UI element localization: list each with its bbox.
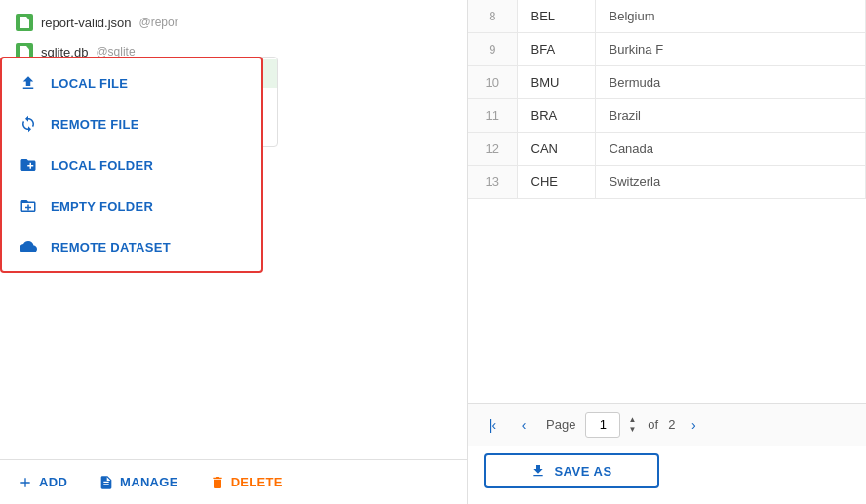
local-file-label: LOCAL FILE bbox=[51, 76, 128, 91]
table-row: 13 CHE Switzerla bbox=[468, 166, 866, 199]
country-name: Canada bbox=[595, 133, 866, 166]
page-up-button[interactable]: ▲ bbox=[626, 415, 638, 425]
upload-icon bbox=[18, 72, 39, 94]
manage-icon bbox=[98, 475, 114, 490]
remote-file-label: REMOTE FILE bbox=[51, 117, 139, 132]
bottom-toolbar: ADD MANAGE DELETE bbox=[0, 459, 467, 504]
manage-button[interactable]: MANAGE bbox=[93, 471, 184, 494]
country-name: Brazil bbox=[595, 99, 866, 133]
prev-page-button[interactable]: ‹ bbox=[511, 412, 536, 438]
cloud-icon bbox=[18, 236, 39, 257]
local-folder-option[interactable]: LOCAL FOLDER bbox=[2, 144, 261, 185]
of-label: of bbox=[648, 417, 658, 432]
empty-folder-label: EMPTY FOLDER bbox=[51, 199, 153, 213]
file-item[interactable]: report-valid.json @repor bbox=[0, 8, 467, 37]
delete-label: DELETE bbox=[231, 475, 283, 489]
file-name: report-valid.json bbox=[41, 16, 132, 30]
country-code: BMU bbox=[517, 66, 595, 99]
table-row: 9 BFA Burkina F bbox=[468, 33, 866, 66]
country-name: Switzerla bbox=[595, 166, 866, 199]
data-table: 8 BEL Belgium 9 BFA Burkina F 10 BMU Ber… bbox=[468, 0, 866, 403]
local-file-option[interactable]: LOCAL FILE bbox=[2, 62, 261, 103]
country-name: Belgium bbox=[595, 0, 866, 33]
file-alias: @repor bbox=[139, 16, 178, 29]
remote-dataset-label: REMOTE DATASET bbox=[51, 240, 171, 254]
left-panel: report-valid.json @repor sqlite.db @sqli… bbox=[0, 0, 468, 504]
table-row: 10 BMU Bermuda bbox=[468, 66, 866, 99]
file-icon bbox=[16, 14, 33, 31]
remote-dataset-option[interactable]: REMOTE DATASET bbox=[2, 226, 261, 267]
folder-plus-icon bbox=[18, 154, 39, 175]
next-page-button[interactable]: › bbox=[681, 412, 706, 438]
country-name: Bermuda bbox=[595, 66, 866, 99]
row-num: 8 bbox=[468, 0, 517, 33]
country-code: BRA bbox=[517, 99, 595, 133]
country-code: CHE bbox=[517, 166, 595, 199]
pagination: |‹ ‹ Page ▲ ▼ of 2 › bbox=[468, 403, 866, 446]
table-row: 8 BEL Belgium bbox=[468, 0, 866, 33]
table-row: 11 BRA Brazil bbox=[468, 99, 866, 133]
add-button[interactable]: ADD bbox=[12, 471, 73, 494]
country-code: BEL bbox=[517, 0, 595, 33]
row-num: 12 bbox=[468, 133, 517, 166]
remote-file-option[interactable]: REMOTE FILE bbox=[2, 103, 261, 144]
delete-button[interactable]: DELETE bbox=[204, 471, 289, 494]
page-down-button[interactable]: ▼ bbox=[626, 425, 638, 435]
right-panel: 8 BEL Belgium 9 BFA Burkina F 10 BMU Ber… bbox=[468, 0, 866, 504]
country-code: CAN bbox=[517, 133, 595, 166]
add-dropdown-menu: LOCAL FILE REMOTE FILE LOCAL FOLDER bbox=[0, 57, 263, 273]
empty-folder-option[interactable]: EMPTY FOLDER bbox=[2, 185, 261, 226]
bottom-row: SAVE AS bbox=[468, 446, 866, 504]
row-num: 9 bbox=[468, 33, 517, 66]
sync-icon bbox=[18, 113, 39, 135]
country-name: Burkina F bbox=[595, 33, 866, 66]
add-label: ADD bbox=[39, 475, 67, 489]
row-num: 11 bbox=[468, 99, 517, 133]
save-as-label: SAVE AS bbox=[554, 464, 611, 479]
page-input[interactable] bbox=[585, 412, 620, 438]
row-num: 10 bbox=[468, 66, 517, 99]
manage-label: MANAGE bbox=[120, 475, 178, 489]
page-label: Page bbox=[546, 417, 575, 432]
table-row: 12 CAN Canada bbox=[468, 133, 866, 166]
add-icon bbox=[18, 475, 33, 490]
folder-new-icon bbox=[18, 195, 39, 216]
local-folder-label: LOCAL FOLDER bbox=[51, 158, 153, 173]
page-stepper: ▲ ▼ bbox=[626, 412, 638, 438]
total-pages: 2 bbox=[668, 417, 675, 432]
row-num: 13 bbox=[468, 166, 517, 199]
country-table: 8 BEL Belgium 9 BFA Burkina F 10 BMU Ber… bbox=[468, 0, 866, 199]
country-code: BFA bbox=[517, 33, 595, 66]
delete-icon bbox=[210, 475, 225, 490]
first-page-button[interactable]: |‹ bbox=[480, 412, 505, 438]
save-as-button[interactable]: SAVE AS bbox=[484, 453, 659, 488]
save-as-icon bbox=[531, 463, 546, 479]
